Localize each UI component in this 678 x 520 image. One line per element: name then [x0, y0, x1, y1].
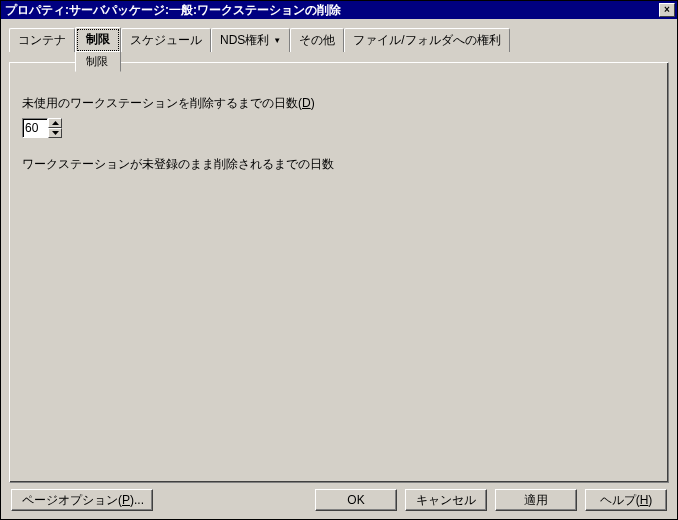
- tab-limit[interactable]: 制限 制限: [75, 27, 121, 72]
- apply-label: 適用: [524, 493, 548, 507]
- window-title: プロパティ:サーバパッケージ:一般:ワークステーションの削除: [3, 2, 659, 19]
- help-button[interactable]: ヘルプ(H): [585, 489, 667, 511]
- chevron-down-icon: [52, 131, 59, 135]
- titlebar: プロパティ:サーバパッケージ:一般:ワークステーションの削除 ×: [1, 1, 677, 19]
- chevron-down-icon: ▼: [273, 36, 281, 45]
- days-label-mnemonic: D: [302, 96, 311, 110]
- page-options-button[interactable]: ページオプション(P)...: [11, 489, 153, 511]
- ok-button[interactable]: OK: [315, 489, 397, 511]
- tab-bar: コンテナ 制限 制限 スケジュール NDS権利▼ その他 ファイル/フォルダへの…: [9, 27, 669, 63]
- tab-other[interactable]: その他: [290, 28, 344, 52]
- content-area: コンテナ 制限 制限 スケジュール NDS権利▼ その他 ファイル/フォルダへの…: [1, 19, 677, 519]
- svg-marker-0: [52, 121, 59, 125]
- tab-container[interactable]: コンテナ: [9, 28, 75, 52]
- tab-panel: 未使用のワークステーションを削除するまでの日数(D) ワークステーションが未登録…: [9, 62, 669, 483]
- tab-file-folder-rights[interactable]: ファイル/フォルダへの権利: [344, 28, 509, 52]
- tab-label: その他: [299, 33, 335, 47]
- description-text: ワークステーションが未登録のまま削除されるまでの日数: [22, 156, 656, 173]
- tab-nds-rights[interactable]: NDS権利▼: [211, 28, 290, 52]
- days-label: 未使用のワークステーションを削除するまでの日数(D): [22, 95, 656, 112]
- ok-label: OK: [347, 493, 364, 507]
- tab-label: コンテナ: [18, 33, 66, 47]
- help-prefix: ヘルプ(: [600, 493, 640, 507]
- tab-label: NDS権利: [220, 33, 269, 47]
- svg-marker-1: [52, 131, 59, 135]
- tab-limit-top: 制限: [76, 28, 120, 52]
- days-spinner: [22, 118, 64, 138]
- cancel-button[interactable]: キャンセル: [405, 489, 487, 511]
- properties-dialog: プロパティ:サーバパッケージ:一般:ワークステーションの削除 × コンテナ 制限…: [0, 0, 678, 520]
- tab-label: ファイル/フォルダへの権利: [353, 33, 500, 47]
- cancel-label: キャンセル: [416, 493, 476, 507]
- spinner-down-button[interactable]: [48, 128, 62, 138]
- close-button[interactable]: ×: [659, 3, 675, 17]
- tab-label: スケジュール: [130, 33, 202, 47]
- spinner-up-button[interactable]: [48, 118, 62, 128]
- page-options-prefix: ページオプション(: [22, 493, 122, 507]
- tab-schedule[interactable]: スケジュール: [121, 28, 211, 52]
- page-options-mnemonic: P: [122, 493, 130, 507]
- days-label-suffix: ): [311, 96, 315, 110]
- tab-limit-bottom: 制限: [76, 52, 120, 71]
- dialog-footer: ページオプション(P)... OK キャンセル 適用 ヘルプ(H): [9, 483, 669, 513]
- chevron-up-icon: [52, 121, 59, 125]
- days-label-text: 未使用のワークステーションを削除するまでの日数(: [22, 96, 302, 110]
- days-input[interactable]: [22, 118, 48, 138]
- help-suffix: ): [648, 493, 652, 507]
- close-icon: ×: [664, 4, 670, 15]
- spinner-buttons: [48, 118, 62, 138]
- apply-button[interactable]: 適用: [495, 489, 577, 511]
- page-options-suffix: )...: [130, 493, 144, 507]
